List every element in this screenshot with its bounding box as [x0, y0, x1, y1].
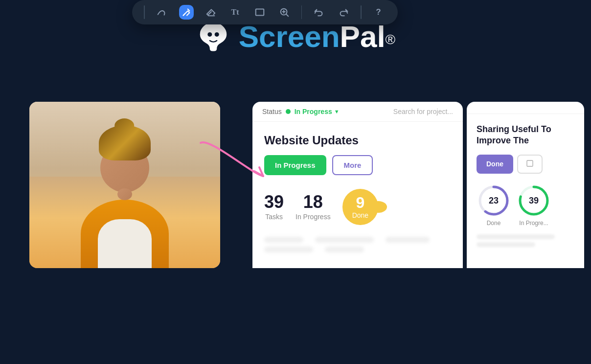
in-progress-label: In Progress	[296, 213, 331, 221]
text-symbol: Tt	[231, 8, 239, 17]
status-badge[interactable]: In Progress ▼	[295, 108, 340, 115]
help-icon[interactable]: ?	[371, 5, 386, 20]
in-progress-stat: 18 In Progress	[296, 193, 331, 221]
svg-rect-13	[527, 160, 533, 166]
done-count: 9	[352, 195, 368, 210]
done-label: Done	[352, 211, 368, 219]
done-circle-label: Done	[477, 220, 511, 227]
circles-row: 23 Done 39	[477, 183, 574, 227]
search-box[interactable]: Search for project...	[393, 108, 453, 115]
toolbar-divider-left	[144, 5, 145, 19]
blurred-item-3	[386, 237, 430, 243]
secondary-card-header	[467, 102, 584, 114]
main-content: Status In Progress ▼ Search for project.…	[0, 68, 591, 268]
in-progress-circle-num: 39	[529, 195, 539, 205]
blurred-data-row2	[264, 247, 451, 252]
in-progress-button[interactable]: In Progress	[264, 155, 326, 175]
undo-icon[interactable]	[312, 5, 326, 20]
stats-row: 39 Tasks 18 In Progress 9 Done	[264, 189, 451, 225]
chevron-down-icon: ▼	[334, 109, 340, 114]
status-value: In Progress	[295, 108, 332, 115]
sec-blurred-2	[477, 242, 535, 247]
project-title: Website Updates	[264, 134, 451, 147]
secondary-title: Sharing Useful To Improve The	[477, 124, 574, 147]
status-row: Status In Progress ▼	[262, 108, 340, 115]
done-circle-ring: 23	[477, 183, 511, 218]
svg-point-2	[202, 32, 205, 35]
secondary-more-button[interactable]	[517, 155, 543, 174]
app-ui-panel: Status In Progress ▼ Search for project.…	[252, 102, 591, 268]
pen-curved-icon[interactable]	[155, 5, 169, 20]
tasks-count: 39	[264, 193, 284, 211]
sec-blurred-1	[477, 234, 555, 239]
toolbar: Tt ?	[132, 0, 398, 24]
card-header: Status In Progress ▼ Search for project.…	[252, 102, 463, 122]
in-progress-circle-ring: 39	[517, 183, 551, 218]
blurred-item-1	[264, 237, 303, 243]
status-dot	[286, 109, 291, 114]
action-buttons: In Progress More	[264, 155, 451, 175]
blurred-item-2	[315, 237, 374, 243]
tasks-label: Tasks	[264, 213, 284, 221]
secondary-blurred-rows	[477, 234, 574, 247]
blurred-data-row1	[264, 237, 451, 243]
zoom-icon[interactable]	[277, 5, 292, 20]
text-icon[interactable]: Tt	[228, 5, 243, 20]
svg-point-0	[207, 32, 212, 37]
done-badge: 9 Done	[342, 189, 378, 225]
blurred-item-4	[264, 247, 313, 252]
done-button[interactable]: Done	[477, 155, 513, 174]
in-progress-circle-stat: 39 In Progre...	[517, 183, 551, 227]
svg-line-10	[286, 14, 288, 16]
svg-point-3	[221, 32, 225, 35]
done-circle-stat: 23 Done	[477, 183, 511, 227]
main-card: Status In Progress ▼ Search for project.…	[252, 102, 463, 268]
highlighter-icon[interactable]	[179, 5, 194, 20]
toolbar-divider-right	[361, 5, 362, 19]
card-body: Website Updates In Progress More 39 Task…	[252, 122, 463, 260]
toolbar-divider-mid	[301, 5, 302, 19]
tasks-stat: 39 Tasks	[264, 193, 284, 221]
person-silhouette	[29, 102, 220, 268]
eraser-icon[interactable]	[204, 5, 218, 20]
secondary-card: Sharing Useful To Improve The Done	[467, 102, 584, 268]
svg-point-1	[214, 32, 219, 37]
secondary-buttons: Done	[477, 155, 574, 174]
svg-rect-8	[255, 9, 264, 16]
more-button[interactable]: More	[332, 155, 373, 175]
in-progress-count: 18	[296, 193, 331, 211]
search-placeholder: Search for project...	[393, 108, 453, 115]
status-label: Status	[262, 108, 282, 115]
blurred-item-5	[325, 247, 364, 252]
help-symbol: ?	[376, 7, 381, 17]
done-circle-num: 23	[489, 195, 499, 205]
redo-icon[interactable]	[336, 5, 351, 20]
person-photo	[29, 102, 220, 268]
secondary-card-body: Sharing Useful To Improve The Done	[467, 114, 584, 260]
in-progress-circle-label: In Progre...	[517, 220, 551, 227]
rectangle-icon[interactable]	[252, 5, 267, 20]
logo-reg: ®	[386, 31, 396, 46]
